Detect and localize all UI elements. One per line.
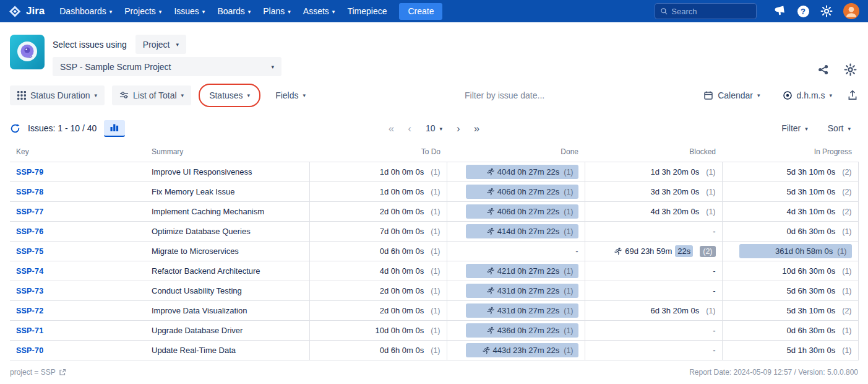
report-footer: project = SSP Report Date: 2024-05-09 12… [10,368,858,377]
issue-count-badge: (1) [706,307,715,315]
fields-label: Fields [275,90,298,100]
calendar-label: Calendar [718,90,753,100]
user-avatar[interactable] [843,3,859,19]
column-header-in-progress[interactable]: In Progress [722,147,858,162]
navbar-search[interactable] [655,3,757,19]
sort-dropdown[interactable]: Sort ▾ [820,118,858,138]
table-row: SSP-74Refactor Backend Architecture4d 0h… [10,261,858,281]
issue-count-badge: (1) [431,346,440,355]
duration-value: 2d 0h 0m 0s [380,286,424,295]
settings-button[interactable] [817,1,836,21]
issue-source-value: Project [143,40,170,50]
gear-icon [844,63,857,76]
page-size-select[interactable]: 10 ▾ [418,123,450,133]
header-actions [817,63,857,76]
first-page-button[interactable]: « [382,123,401,134]
issue-key-link[interactable]: SSP-77 [16,207,43,216]
chevron-down-icon: ▾ [805,126,808,132]
issue-count-badge: (2) [842,307,851,315]
issue-count-badge: (1) [842,326,851,335]
issue-count-badge: (1) [431,207,440,216]
duration-cell: 1d 0h 0m 0s(1) [309,182,447,202]
last-page-button[interactable]: » [467,123,486,134]
statuses-dropdown[interactable]: Statuses ▾ [202,85,257,105]
column-header-summary[interactable]: Summary [145,147,309,162]
next-page-button[interactable]: › [450,123,467,134]
duration-value: 5d 6h 30m 0s [786,286,835,295]
help-button[interactable]: ? [794,1,812,21]
list-mode-dropdown[interactable]: List of Total ▾ [112,85,191,105]
duration-value: 0d 6h 30m 0s [786,326,835,335]
summary-cell: Update Real-Time Data [145,341,309,360]
issues-count-label: Issues: 1 - 10 / 40 [28,123,97,133]
status-duration-table: KeySummaryTo DoDoneBlockedIn Progress SS… [10,147,859,360]
duration-format-dropdown[interactable]: d.h.m.s ▾ [775,85,840,105]
issue-key-link[interactable]: SSP-75 [16,247,43,256]
project-dropdown[interactable]: SSP - Sample Scrum Project ▾ [53,57,281,76]
issue-key-link[interactable]: SSP-78 [16,188,43,196]
duration-format-label: d.h.m.s [797,90,825,100]
refresh-button[interactable] [10,123,20,134]
issue-count-badge: (1) [431,227,440,236]
target-icon [783,90,793,100]
top-navbar: Jira Dashboards▾Projects▾Issues▾Boards▾P… [0,0,868,22]
issue-count-badge: (1) [837,247,846,256]
issue-key-link[interactable]: SSP-72 [16,307,43,315]
calendar-icon [703,90,713,100]
issue-key-link[interactable]: SSP-73 [16,287,43,295]
issue-count-badge: (1) [564,287,573,295]
nav-item-projects[interactable]: Projects▾ [118,6,168,16]
grid-icon [17,91,26,100]
fields-dropdown[interactable]: Fields ▾ [268,85,313,105]
duration-cell-empty: - [585,281,722,301]
issue-count-badge: (1) [564,326,573,335]
duration-value: 5d 3h 10m 0s [786,167,835,177]
table-row: SSP-71Upgrade Database Driver10d 0h 0m 0… [10,321,858,341]
announcements-button[interactable] [770,1,789,21]
nav-item-timepiece[interactable]: Timepiece [341,6,393,16]
column-header-blocked[interactable]: Blocked [585,147,722,162]
issue-date-filter[interactable]: Filter by issue date... [465,90,544,100]
issue-source-dropdown[interactable]: Project ▾ [135,35,186,54]
jql-text: project = SSP [10,368,56,377]
report-type-dropdown[interactable]: Status Duration ▾ [10,85,105,105]
jql-query-link[interactable]: project = SSP [10,368,66,377]
duration-value: 4d 0h 0m 0s [380,266,424,276]
export-button[interactable] [847,90,858,101]
issue-key-link[interactable]: SSP-74 [16,267,43,276]
issue-count-badge: (1) [706,188,715,196]
gear-icon [820,5,833,17]
filter-dropdown[interactable]: Filter ▾ [774,118,815,138]
issue-key-link[interactable]: SSP-76 [16,227,43,236]
calendar-dropdown[interactable]: Calendar ▾ [696,85,767,105]
duration-value: 431d 0h 27m 22s [497,306,559,315]
issue-key-link[interactable]: SSP-71 [16,326,43,335]
nav-item-boards[interactable]: Boards▾ [211,6,257,16]
nav-item-issues[interactable]: Issues▾ [168,6,211,16]
duration-cell: 1d 0h 0m 0s(1) [309,162,447,182]
duration-value: 5d 1h 30m 0s [786,346,835,355]
chart-view-button[interactable] [104,120,125,137]
external-link-icon [59,369,66,376]
chevron-down-icon: ▾ [176,42,179,48]
report-settings-button[interactable] [844,63,857,76]
duration-cell: 5d 6h 30m 0s(1) [722,281,858,301]
duration-cell: 4d 0h 0m 0s(1) [309,261,447,281]
duration-cell-empty: - [585,321,722,341]
issue-key-link[interactable]: SSP-79 [16,168,43,177]
share-button[interactable] [817,64,829,76]
filter-sort-group: Filter ▾ Sort ▾ [774,118,858,138]
column-header-to-do[interactable]: To Do [309,147,447,162]
nav-item-dashboards[interactable]: Dashboards▾ [53,6,118,16]
nav-item-assets[interactable]: Assets▾ [297,6,342,16]
column-header-done[interactable]: Done [447,147,585,162]
search-input[interactable] [671,7,751,16]
duration-value: 361d 0h 58m 0s [775,247,833,256]
jira-logo[interactable]: Jira [9,5,45,18]
duration-cell: 5d 3h 10m 0s(2) [722,162,858,182]
issue-key-link[interactable]: SSP-70 [16,346,43,355]
nav-item-plans[interactable]: Plans▾ [257,6,297,16]
column-header-key[interactable]: Key [10,147,145,162]
prev-page-button[interactable]: ‹ [401,123,418,134]
create-button[interactable]: Create [399,3,442,20]
